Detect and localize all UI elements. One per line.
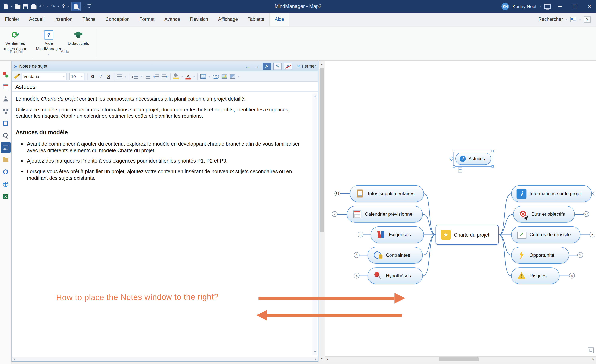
open-file-icon[interactable]: [15, 5, 21, 9]
numbered-list-button[interactable]: 1: [132, 74, 138, 79]
sidebar-schedule-icon[interactable]: [0, 81, 11, 92]
table-caret-icon[interactable]: ▾: [209, 75, 210, 78]
new-document-icon[interactable]: [4, 4, 8, 9]
scrollbar-thumb[interactable]: [320, 68, 324, 232]
italic-button[interactable]: I: [98, 74, 104, 79]
note-attachment-icon[interactable]: [458, 167, 462, 173]
redo-caret-icon[interactable]: ▾: [58, 5, 59, 7]
tab-revision[interactable]: Révision: [185, 13, 213, 26]
tab-insertion[interactable]: Insertion: [49, 13, 77, 26]
tab-affichage[interactable]: Affichage: [213, 13, 243, 26]
map-index-caret-icon[interactable]: ▾: [580, 18, 581, 21]
topic-informations-sur-le-projet[interactable]: Informations sur le projet: [511, 185, 592, 202]
topic-criteres-de-reussite[interactable]: Critères de réussite: [511, 226, 581, 243]
maximize-button[interactable]: [569, 0, 580, 13]
topic-exigences[interactable]: Exigences: [371, 226, 424, 243]
tab-avance[interactable]: Avancé: [159, 13, 185, 26]
search-caret-icon[interactable]: ▾: [566, 18, 567, 21]
save-icon[interactable]: [23, 4, 28, 9]
subtopic-count-badge[interactable]: 7: [332, 211, 338, 217]
subtopic-count-badge[interactable]: 6: [589, 232, 595, 238]
sidebar-map-parts-icon[interactable]: [0, 118, 11, 129]
tab-conception[interactable]: Conception: [100, 13, 134, 26]
format-painter-icon[interactable]: [14, 74, 19, 79]
minimize-button[interactable]: [554, 0, 566, 13]
bullet-list-button[interactable]: •: [145, 74, 150, 79]
tab-accueil[interactable]: Accueil: [24, 13, 49, 26]
fit-map-button[interactable]: [588, 348, 594, 353]
redo-icon[interactable]: ↷: [50, 3, 55, 9]
map-index-icon[interactable]: [570, 17, 576, 22]
note-title[interactable]: Astuces: [12, 82, 318, 92]
topic-charte-du-projet[interactable]: Charte du projet: [436, 225, 499, 245]
topic-infos-supplementaires[interactable]: Infos supplémentaires: [350, 185, 424, 202]
help-icon[interactable]: ?: [62, 3, 65, 9]
font-color-button[interactable]: A: [186, 73, 191, 79]
subtopic-count-badge[interactable]: 4: [354, 273, 360, 278]
topic-buts-et-objectifs[interactable]: Buts et objectifs: [513, 206, 575, 223]
sidebar-excel-icon[interactable]: [0, 191, 11, 202]
customize-qat-icon[interactable]: ⌄: [87, 4, 91, 8]
tab-format[interactable]: Format: [134, 13, 159, 26]
close-button[interactable]: ✕: [584, 0, 595, 13]
scroll-up-icon[interactable]: ▴: [314, 94, 316, 100]
search-input[interactable]: Rechercher: [538, 17, 563, 22]
insert-image-button[interactable]: [222, 74, 227, 79]
topic-astuces[interactable]: Astuces: [455, 153, 491, 165]
tab-tablette[interactable]: Tablette: [243, 13, 269, 26]
topic-contraintes[interactable]: Contraintes: [368, 247, 423, 264]
subtopic-count-badge[interactable]: 8: [358, 232, 364, 238]
styles-caret-icon[interactable]: ▾: [238, 75, 239, 78]
insert-table-button[interactable]: [201, 74, 206, 79]
notes-formatting-toggle[interactable]: A: [284, 62, 292, 70]
notes-edit-toggle[interactable]: ✎: [273, 62, 282, 70]
highlight-caret-icon[interactable]: ▾: [181, 75, 183, 78]
notes-view-text-toggle[interactable]: A: [263, 62, 271, 70]
indent-button[interactable]: ▸: [162, 74, 168, 78]
notes-forward-icon[interactable]: →: [253, 63, 260, 69]
topic-risques[interactable]: Risques: [511, 267, 559, 284]
expand-panel-icon[interactable]: »: [14, 63, 17, 69]
align-caret-icon[interactable]: ▾: [125, 75, 126, 78]
tab-aide[interactable]: Aide: [269, 13, 290, 26]
subtopic-count-badge[interactable]: 31: [335, 191, 340, 197]
align-button[interactable]: [117, 74, 122, 78]
bold-button[interactable]: G: [90, 74, 96, 79]
user-caret-icon[interactable]: ▾: [539, 5, 541, 7]
numbered-caret-icon[interactable]: ▾: [141, 75, 142, 78]
sidebar-contacts-icon[interactable]: [0, 94, 11, 104]
sidebar-outlook-icon[interactable]: [0, 166, 11, 177]
sidebar-snapshots-icon[interactable]: [0, 142, 11, 153]
subtopic-count-badge[interactable]: 27: [583, 211, 589, 217]
presentation-icon[interactable]: [544, 4, 551, 8]
scroll-right-icon[interactable]: ▸: [591, 357, 596, 362]
scroll-down-icon[interactable]: ▾: [319, 356, 325, 362]
help-caret-icon[interactable]: ▾: [67, 5, 69, 7]
check-updates-button[interactable]: ⟳ Vérifier les mises à jour: [2, 28, 29, 51]
tab-tache[interactable]: Tâche: [77, 13, 100, 26]
user-avatar[interactable]: KN: [501, 2, 509, 10]
sidebar-share-icon[interactable]: [0, 106, 11, 116]
scroll-right-icon[interactable]: ▸: [315, 357, 317, 361]
insert-link-button[interactable]: [213, 74, 219, 78]
scroll-up-icon[interactable]: ▴: [319, 61, 325, 67]
map-horizontal-scrollbar[interactable]: ◂ ▸: [325, 356, 596, 362]
outdent-button[interactable]: ◂: [153, 74, 159, 78]
scroll-down-icon[interactable]: ▾: [314, 349, 316, 355]
print-icon[interactable]: [31, 5, 37, 9]
topic-calendrier-previsionnel[interactable]: Calendrier prévisionnel: [347, 206, 423, 223]
highlight-button[interactable]: [173, 74, 179, 79]
undo-icon[interactable]: ↶: [39, 3, 44, 9]
topic-opportunite[interactable]: Opportunité: [511, 247, 569, 264]
subtopic-count-badge[interactable]: 4: [569, 273, 575, 278]
scroll-left-icon[interactable]: ◂: [325, 357, 330, 362]
undo-caret-icon[interactable]: ▾: [46, 5, 48, 7]
sidebar-search-icon[interactable]: [0, 130, 11, 141]
subtopic-count-badge[interactable]: 1: [577, 252, 583, 258]
new-caret-icon[interactable]: ▾: [11, 5, 12, 7]
notes-horizontal-scrollbar[interactable]: ◂ ▸: [12, 357, 318, 361]
subtopic-count-badge[interactable]: 4: [354, 252, 360, 258]
font-color-caret-icon[interactable]: ▾: [193, 75, 195, 78]
sidebar-web-icon[interactable]: [0, 179, 11, 189]
underline-button[interactable]: S: [106, 74, 112, 79]
